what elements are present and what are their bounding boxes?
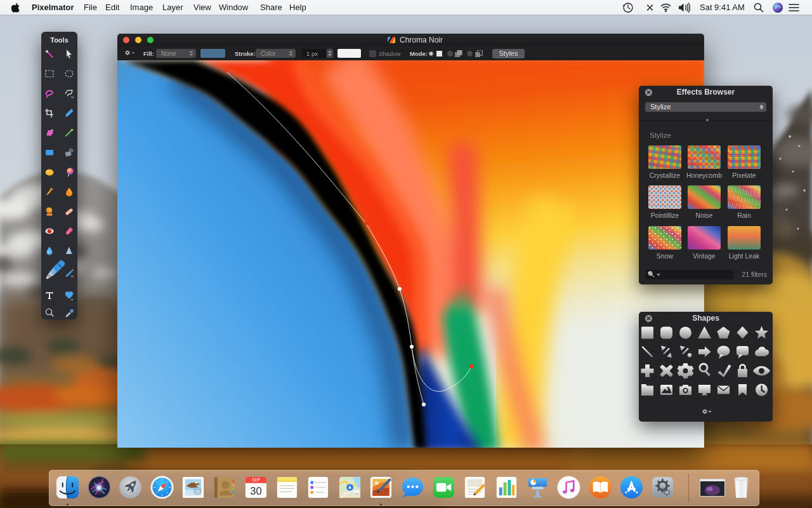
svg-text:30: 30 — [355, 492, 359, 496]
svg-text:SEP: SEP — [252, 478, 260, 482]
svg-text:30: 30 — [250, 485, 261, 497]
